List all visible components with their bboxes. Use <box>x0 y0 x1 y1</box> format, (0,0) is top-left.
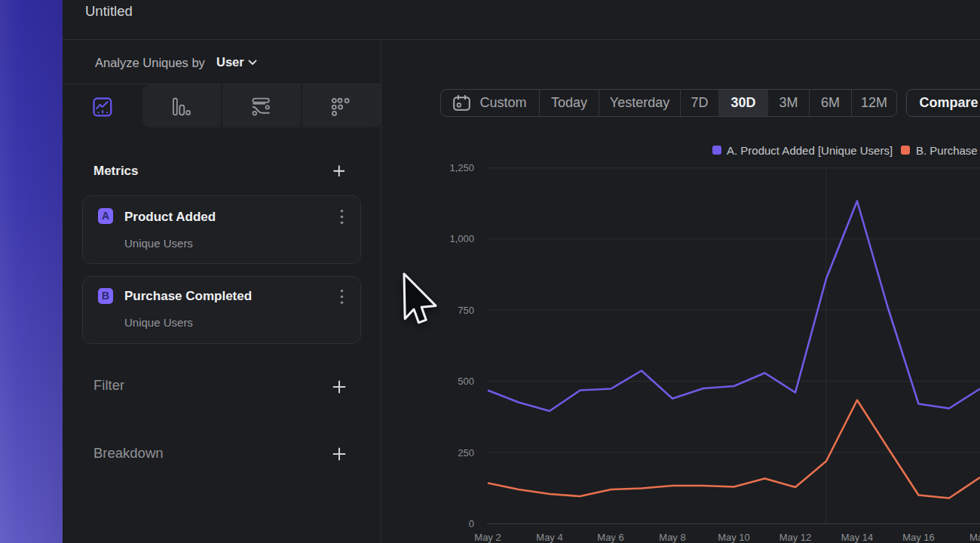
svg-text:0: 0 <box>469 518 474 529</box>
svg-text:May 12: May 12 <box>779 532 812 543</box>
svg-text:1,250: 1,250 <box>449 162 474 173</box>
svg-text:250: 250 <box>458 447 474 459</box>
svg-text:May 8: May 8 <box>659 532 685 543</box>
svg-text:750: 750 <box>458 305 474 316</box>
svg-text:Ma: Ma <box>969 532 980 543</box>
svg-text:May 14: May 14 <box>841 532 874 543</box>
svg-text:500: 500 <box>458 376 474 387</box>
svg-text:1,000: 1,000 <box>449 233 474 244</box>
svg-text:May 4: May 4 <box>536 532 562 543</box>
svg-text:May 10: May 10 <box>718 532 750 543</box>
svg-text:May 16: May 16 <box>902 532 935 543</box>
svg-text:May 2: May 2 <box>474 532 501 543</box>
svg-text:May 6: May 6 <box>597 532 623 543</box>
